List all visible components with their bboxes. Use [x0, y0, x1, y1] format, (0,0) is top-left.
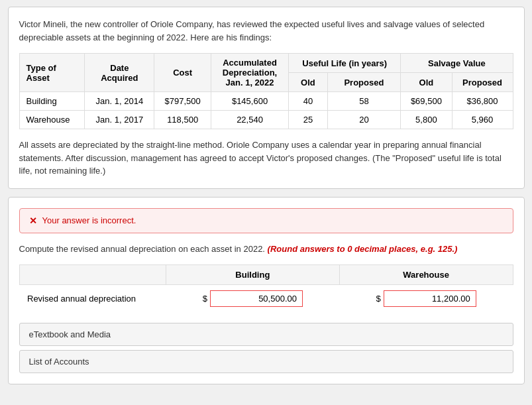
cell-accum: $145,600	[211, 92, 288, 111]
answer-col-empty	[19, 265, 166, 285]
answer-card: ✕ Your answer is incorrect. Compute the …	[8, 197, 525, 385]
cell-life-proposed: 20	[327, 111, 401, 129]
col-header-life-proposed: Proposed	[327, 73, 401, 92]
cell-cost: $797,500	[154, 92, 211, 111]
error-banner: ✕ Your answer is incorrect.	[19, 208, 513, 233]
building-currency: $	[203, 294, 207, 304]
table-row: Revised annual depreciation $ $	[19, 285, 513, 313]
error-text: Your answer is incorrect.	[42, 215, 136, 225]
bottom-buttons: eTextbook and Media List of Accounts	[19, 323, 513, 373]
building-input-group: $	[174, 290, 331, 307]
building-input[interactable]	[210, 290, 303, 307]
info-card: Victor Mineli, the new controller of Ori…	[8, 7, 525, 189]
cell-life-old: 40	[289, 92, 327, 111]
cell-life-old: 25	[289, 111, 327, 129]
table-row: Building Jan. 1, 2014 $797,500 $145,600 …	[19, 92, 513, 111]
cell-life-proposed: 58	[327, 92, 401, 111]
answer-col-warehouse: Warehouse	[339, 265, 513, 285]
col-header-cost: Cost	[154, 54, 211, 92]
cell-date: Jan. 1, 2014	[85, 92, 154, 111]
revised-label: Revised annual depreciation	[19, 285, 166, 313]
cell-cost: 118,500	[154, 111, 211, 129]
col-header-salvage-proposed: Proposed	[452, 73, 513, 92]
list-of-accounts-button[interactable]: List of Accounts	[19, 350, 513, 373]
table-row: Warehouse Jan. 1, 2017 118,500 22,540 25…	[19, 111, 513, 129]
col-header-asset: Type ofAsset	[19, 54, 85, 92]
warehouse-currency: $	[376, 294, 381, 304]
cell-date: Jan. 1, 2017	[85, 111, 154, 129]
cell-salvage-proposed: 5,960	[452, 111, 513, 129]
cell-salvage-old: 5,800	[401, 111, 452, 129]
question-main: Compute the revised annual depreciation …	[19, 244, 265, 254]
cell-salvage-proposed: $36,800	[452, 92, 513, 111]
etextbook-button[interactable]: eTextbook and Media	[19, 323, 513, 346]
col-header-useful-life: Useful Life (in years)	[289, 54, 401, 73]
cell-asset: Building	[19, 92, 85, 111]
intro-text: Victor Mineli, the new controller of Ori…	[19, 18, 513, 44]
warehouse-input-cell: $	[339, 285, 513, 313]
cell-asset: Warehouse	[19, 111, 85, 129]
col-header-date: DateAcquired	[85, 54, 154, 92]
building-input-cell: $	[166, 285, 339, 313]
error-icon: ✕	[29, 215, 37, 226]
col-header-life-old: Old	[289, 73, 327, 92]
asset-table: Type ofAsset DateAcquired Cost Accumulat…	[19, 53, 513, 129]
footer-text: All assets are depreciated by the straig…	[19, 139, 513, 178]
cell-salvage-old: $69,500	[401, 92, 452, 111]
cell-accum: 22,540	[211, 111, 288, 129]
question-note: (Round answers to 0 decimal places, e.g.…	[268, 244, 458, 254]
answer-table: Building Warehouse Revised annual deprec…	[19, 264, 513, 312]
col-header-salvage: Salvage Value	[401, 54, 513, 73]
question-text: Compute the revised annual depreciation …	[19, 243, 513, 256]
col-header-accum: AccumulatedDepreciation,Jan. 1, 2022	[211, 54, 288, 92]
warehouse-input[interactable]	[384, 290, 476, 307]
answer-col-building: Building	[166, 265, 339, 285]
warehouse-input-group: $	[347, 290, 505, 307]
col-header-salvage-old: Old	[401, 73, 452, 92]
